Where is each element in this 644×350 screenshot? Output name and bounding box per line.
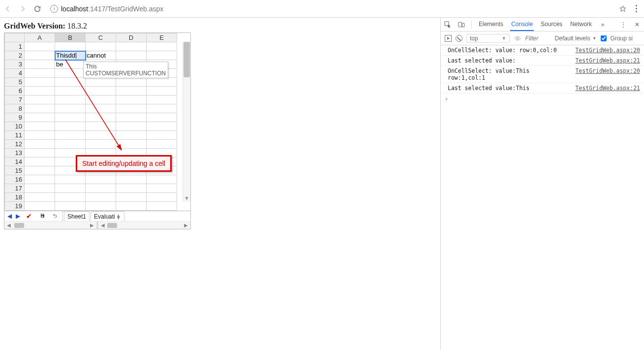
cell[interactable] <box>147 42 177 51</box>
back-icon[interactable] <box>4 5 12 13</box>
devtools-menu-icon[interactable]: ⋮ <box>619 21 627 29</box>
device-toggle-icon[interactable] <box>458 21 465 29</box>
row-header[interactable]: 11 <box>5 131 25 140</box>
row-header[interactable]: 13 <box>5 149 25 158</box>
scrollbar-thumb[interactable] <box>184 42 190 77</box>
cell[interactable] <box>86 184 116 193</box>
stepper-icon[interactable]: ▲▼ <box>116 214 121 219</box>
scrollbar-thumb[interactable] <box>14 223 24 228</box>
cell[interactable] <box>147 131 177 140</box>
address-bar[interactable]: i localhost:1417/TestGridWeb.aspx <box>47 5 613 13</box>
row-header[interactable]: 15 <box>5 166 25 175</box>
row-header[interactable]: 19 <box>5 202 25 211</box>
inspect-icon[interactable] <box>444 21 452 29</box>
cell[interactable] <box>25 193 55 202</box>
tab-elements[interactable]: Elements <box>478 18 504 31</box>
cell[interactable] <box>25 42 55 51</box>
filter-input[interactable] <box>525 35 551 42</box>
more-tabs-icon[interactable]: » <box>599 21 607 29</box>
tab-network[interactable]: Network <box>569 18 593 31</box>
cell[interactable] <box>147 202 177 211</box>
cell[interactable] <box>25 104 55 113</box>
cell[interactable] <box>55 193 86 202</box>
row-header[interactable]: 2 <box>5 51 25 60</box>
close-icon[interactable]: ✕ <box>633 21 641 29</box>
cell[interactable] <box>147 87 177 95</box>
row-header[interactable]: 5 <box>5 78 25 87</box>
clear-console-icon[interactable] <box>456 35 462 42</box>
log-level-selector[interactable]: Default levels ▼ <box>555 35 597 42</box>
hscroll-right[interactable]: ◀▶ <box>98 223 190 228</box>
forward-icon[interactable] <box>19 5 27 13</box>
cell[interactable] <box>147 113 177 122</box>
cell[interactable] <box>25 87 55 95</box>
scroll-down-icon[interactable]: ▼ <box>183 194 190 202</box>
cell[interactable] <box>25 166 55 175</box>
corner-cell[interactable] <box>5 33 25 42</box>
save-icon[interactable] <box>38 213 47 220</box>
cell[interactable] <box>55 42 86 51</box>
cell[interactable] <box>147 193 177 202</box>
tab-console[interactable]: Console <box>510 18 534 31</box>
eye-icon[interactable] <box>514 34 521 42</box>
cell[interactable] <box>147 95 177 104</box>
tab-next-icon[interactable]: ▶ <box>16 213 20 220</box>
cell[interactable] <box>25 202 55 211</box>
cell[interactable] <box>25 122 55 131</box>
reload-icon[interactable] <box>33 5 41 13</box>
cell[interactable] <box>147 104 177 113</box>
cell[interactable] <box>116 184 147 193</box>
log-source-link[interactable]: TestGridWeb.aspx:20 <box>575 47 640 54</box>
sheet-tab[interactable]: Evaluati▲▼ <box>91 211 124 221</box>
console-prompt[interactable]: › <box>441 94 644 104</box>
row-header[interactable]: 1 <box>5 42 25 51</box>
cell[interactable] <box>25 113 55 122</box>
row-header[interactable]: 14 <box>5 158 25 166</box>
sheet-tab[interactable]: Sheet1 <box>64 211 90 221</box>
cell[interactable] <box>25 60 55 69</box>
cell[interactable] <box>116 175 147 184</box>
cell[interactable] <box>147 184 177 193</box>
cell[interactable] <box>25 95 55 104</box>
cell[interactable] <box>116 193 147 202</box>
col-header[interactable]: C <box>86 33 116 42</box>
tab-prev-icon[interactable]: ◀ <box>7 213 12 220</box>
cell[interactable] <box>25 149 55 158</box>
cell[interactable] <box>116 202 147 211</box>
scroll-left-icon[interactable]: ◀ <box>99 223 106 228</box>
cell[interactable] <box>55 202 86 211</box>
cell[interactable] <box>147 175 177 184</box>
row-header[interactable]: 6 <box>5 87 25 95</box>
cell[interactable] <box>25 175 55 184</box>
context-selector[interactable]: top ▼ <box>466 34 510 43</box>
undo-icon[interactable] <box>51 213 60 220</box>
row-header[interactable]: 3 <box>5 60 25 69</box>
log-source-link[interactable]: TestGridWeb.aspx:21 <box>575 85 640 92</box>
cell[interactable] <box>147 140 177 149</box>
info-icon[interactable]: i <box>50 5 58 13</box>
cell[interactable] <box>147 51 177 60</box>
log-source-link[interactable]: TestGridWeb.aspx:20 <box>575 67 640 81</box>
row-header[interactable]: 17 <box>5 184 25 193</box>
cell[interactable] <box>86 42 116 51</box>
submit-icon[interactable]: ✔ <box>24 212 34 220</box>
cell[interactable] <box>25 131 55 140</box>
row-header[interactable]: 12 <box>5 140 25 149</box>
cell[interactable] <box>25 78 55 87</box>
console-output[interactable]: OnCellSelect: value: row:0,col:0TestGrid… <box>441 45 644 350</box>
star-icon[interactable] <box>619 5 627 13</box>
cell[interactable] <box>55 175 86 184</box>
cell[interactable] <box>147 122 177 131</box>
log-source-link[interactable]: TestGridWeb.aspx:21 <box>575 57 640 64</box>
row-header[interactable]: 7 <box>5 95 25 104</box>
scroll-left-icon[interactable]: ◀ <box>5 223 12 228</box>
row-header[interactable]: 10 <box>5 122 25 131</box>
row-header[interactable]: 16 <box>5 175 25 184</box>
cell[interactable] <box>55 184 86 193</box>
col-header[interactable]: D <box>116 33 147 42</box>
scrollbar-thumb[interactable] <box>107 223 117 228</box>
chrome-menu-icon[interactable] <box>633 5 640 12</box>
cell[interactable] <box>25 184 55 193</box>
execution-context-icon[interactable] <box>445 35 452 42</box>
cell[interactable] <box>25 158 55 166</box>
